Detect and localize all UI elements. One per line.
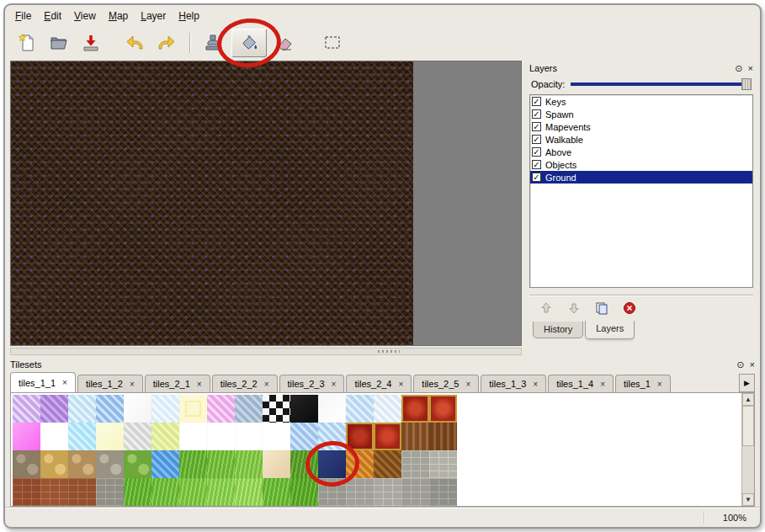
tile-1-12[interactable] [318,395,346,423]
tab-close-icon[interactable]: × [465,380,470,389]
tileset-tab-tiles_2_4[interactable]: tiles_2_4× [346,375,412,392]
menu-file[interactable]: File [15,10,31,22]
tile-3-13[interactable] [346,450,374,478]
panel-shade-icon[interactable]: ⊙ [736,359,744,370]
layer-row-ground[interactable]: ✓Ground [530,171,752,184]
tileset-tab-tiles_2_3[interactable]: tiles_2_3× [279,375,345,392]
tile-3-8[interactable] [207,450,235,478]
tile-2-14[interactable] [374,423,401,450]
tile-1-2[interactable] [40,395,68,423]
undo-button[interactable] [121,29,148,56]
lower-layer-button[interactable] [566,300,582,317]
tile-3-15[interactable] [401,450,429,478]
tab-close-icon[interactable]: × [197,380,202,389]
save-button[interactable] [77,29,104,56]
tab-scroll-right-button[interactable]: ▶ [739,374,755,392]
tile-3-11[interactable] [290,450,318,478]
tile-1-10[interactable] [263,395,290,423]
tile-4-2[interactable] [40,478,68,506]
layer-row-spawn[interactable]: ✓Spawn [530,108,752,120]
scrollbar-thumb[interactable] [742,406,754,446]
tile-4-10[interactable] [263,478,290,506]
tab-close-icon[interactable]: × [399,380,404,389]
layer-row-above[interactable]: ✓Above [530,146,752,158]
scroll-up-icon[interactable]: ▲ [742,393,754,406]
eraser-tool-button[interactable] [272,29,299,56]
tile-3-14[interactable] [374,450,401,478]
tile-2-1[interactable] [13,423,40,450]
opacity-slider[interactable] [571,78,752,90]
tile-1-13[interactable] [346,395,374,423]
tile-4-3[interactable] [68,478,96,506]
layer-visibility-checkbox[interactable]: ✓ [532,173,541,182]
layer-visibility-checkbox[interactable]: ✓ [532,160,541,169]
menu-layer[interactable]: Layer [141,10,166,22]
tab-close-icon[interactable]: × [264,380,269,389]
tile-3-5[interactable] [124,450,151,478]
tile-2-7[interactable] [179,423,207,450]
tileset-tab-tiles_2_5[interactable]: tiles_2_5× [413,375,479,392]
redo-button[interactable] [153,29,180,56]
tile-1-6[interactable] [151,395,179,423]
stamp-tool-button[interactable] [199,29,226,56]
tile-1-5[interactable] [124,395,151,423]
tile-1-1[interactable] [13,395,40,423]
tile-2-4[interactable] [96,423,124,450]
tab-close-icon[interactable]: × [533,380,538,389]
tile-4-12[interactable] [318,478,346,506]
tile-1-15[interactable] [401,395,429,423]
layer-visibility-checkbox[interactable]: ✓ [532,97,541,106]
layer-row-objects[interactable]: ✓Objects [530,158,752,171]
tile-2-16[interactable] [429,423,457,450]
tile-4-7[interactable] [179,478,207,506]
map-tiles[interactable] [11,61,413,345]
tab-close-icon[interactable]: × [130,380,135,389]
tile-3-12[interactable] [318,450,346,478]
tile-1-11[interactable] [290,395,318,423]
horizontal-splitter[interactable] [10,348,522,355]
tileset-tab-tiles_2_1[interactable]: tiles_2_1× [145,375,210,392]
duplicate-layer-button[interactable] [593,300,610,317]
tile-2-9[interactable] [235,423,263,450]
menu-map[interactable]: Map [109,10,128,22]
tile-3-10[interactable] [263,450,290,478]
delete-layer-button[interactable] [621,300,638,317]
menu-view[interactable]: View [74,10,96,22]
layer-visibility-checkbox[interactable]: ✓ [532,135,541,144]
tileset-tab-tiles_1_2[interactable]: tiles_1_2× [77,375,143,392]
tile-2-6[interactable] [151,423,179,450]
tile-2-12[interactable] [318,423,346,450]
map-canvas[interactable] [10,61,522,346]
panel-close-icon[interactable]: × [750,359,755,370]
tile-4-15[interactable] [401,478,429,506]
tile-1-14[interactable] [374,395,401,423]
tile-4-9[interactable] [235,478,263,506]
tileset-tab-tiles_1_1[interactable]: tiles_1_1× [10,372,76,392]
raise-layer-button[interactable] [538,300,555,317]
tab-close-icon[interactable]: × [600,380,605,389]
layer-row-keys[interactable]: ✓Keys [530,95,752,108]
tile-3-1[interactable] [13,450,40,478]
tileset-tab-tiles_1[interactable]: tiles_1× [615,375,671,392]
tile-3-6[interactable] [151,450,179,478]
tile-2-13[interactable] [346,423,374,450]
tab-close-icon[interactable]: × [62,378,67,387]
tile-2-2[interactable] [40,423,68,450]
palette-scrollbar[interactable]: ▲ ▼ [741,393,754,506]
tile-2-8[interactable] [207,423,235,450]
tile-1-4[interactable] [96,395,124,423]
tile-1-9[interactable] [235,395,263,423]
panel-tab-history[interactable]: History [533,322,583,338]
tile-4-14[interactable] [374,478,401,506]
tile-3-4[interactable] [96,450,124,478]
tile-4-1[interactable] [13,478,40,506]
new-file-button[interactable] [13,29,40,56]
tileset-tab-tiles_1_4[interactable]: tiles_1_4× [548,375,614,392]
tab-close-icon[interactable]: × [332,380,337,389]
tile-1-16[interactable] [429,395,457,423]
menu-help[interactable]: Help [178,10,199,22]
tile-4-11[interactable] [290,478,318,506]
tile-2-11[interactable] [290,423,318,450]
tile-3-7[interactable] [179,450,207,478]
tile-2-10[interactable] [263,423,290,450]
